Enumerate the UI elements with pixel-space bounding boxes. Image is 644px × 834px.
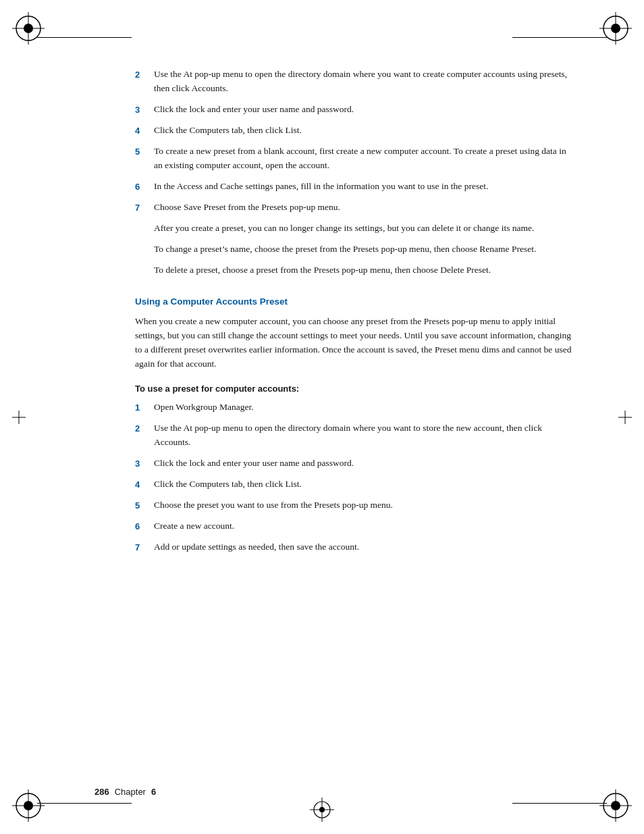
center-bottom-mark bbox=[310, 798, 334, 822]
step-number: 7 bbox=[135, 201, 150, 215]
step-text: Create a new account. bbox=[154, 519, 576, 533]
step-text: Click the lock and enter your user name … bbox=[154, 457, 576, 471]
indent-para-3: To delete a preset, choose a preset from… bbox=[154, 263, 576, 278]
list-item: 4 Click the Computers tab, then click Li… bbox=[135, 477, 576, 492]
page-number: 286 bbox=[95, 787, 109, 797]
list-item: 2 Use the At pop-up menu to open the dir… bbox=[135, 421, 576, 450]
step-text: Click the Computers tab, then click List… bbox=[154, 124, 576, 138]
step-text: Click the lock and enter your user name … bbox=[154, 103, 576, 117]
list-item: 1 Open Workgroup Manager. bbox=[135, 400, 576, 415]
side-mark-right bbox=[618, 411, 632, 424]
list-item: 7 Add or update settings as needed, then… bbox=[135, 540, 576, 554]
step-number: 2 bbox=[135, 68, 150, 96]
step-number: 6 bbox=[135, 180, 150, 194]
step-number: 3 bbox=[135, 103, 150, 117]
step-number: 7 bbox=[135, 540, 150, 554]
list-item: 4 Click the Computers tab, then click Li… bbox=[135, 124, 576, 138]
section-heading: Using a Computer Accounts Preset bbox=[135, 296, 576, 307]
indent-para-1: After you create a preset, you can no lo… bbox=[154, 221, 576, 236]
chapter-label: Chapter bbox=[115, 787, 146, 797]
list-item: 6 In the Access and Cache settings panes… bbox=[135, 180, 576, 194]
steps-top-list: 2 Use the At pop-up menu to open the dir… bbox=[135, 68, 576, 215]
step-text: To create a new preset from a blank acco… bbox=[154, 145, 576, 173]
step-number: 5 bbox=[135, 498, 150, 513]
list-item: 3 Click the lock and enter your user nam… bbox=[135, 457, 576, 471]
list-item: 2 Use the At pop-up menu to open the dir… bbox=[135, 68, 576, 96]
top-border-left bbox=[37, 37, 132, 38]
main-content: 2 Use the At pop-up menu to open the dir… bbox=[135, 68, 576, 554]
section-body: When you create a new computer account, … bbox=[135, 315, 576, 371]
step-text: Open Workgroup Manager. bbox=[154, 400, 576, 415]
bottom-border-left bbox=[37, 803, 132, 804]
step-text: Choose Save Preset from the Presets pop-… bbox=[154, 201, 576, 215]
list-item: 5 To create a new preset from a blank ac… bbox=[135, 145, 576, 173]
list-item: 6 Create a new account. bbox=[135, 519, 576, 533]
bottom-border-right bbox=[512, 803, 607, 804]
step-text: Click the Computers tab, then click List… bbox=[154, 477, 576, 492]
top-border-right bbox=[512, 37, 607, 38]
step-number: 6 bbox=[135, 519, 150, 533]
chapter-number: 6 bbox=[151, 787, 156, 797]
subsection-heading: To use a preset for computer accounts: bbox=[135, 384, 576, 394]
step-number: 1 bbox=[135, 400, 150, 415]
corner-mark-tr bbox=[599, 12, 632, 45]
step-text: In the Access and Cache settings panes, … bbox=[154, 180, 576, 194]
step-number: 3 bbox=[135, 457, 150, 471]
steps-bottom-list: 1 Open Workgroup Manager. 2 Use the At p… bbox=[135, 400, 576, 555]
list-item: 3 Click the lock and enter your user nam… bbox=[135, 103, 576, 117]
indent-para-2: To change a preset’s name, choose the pr… bbox=[154, 242, 576, 257]
step-text: Use the At pop-up menu to open the direc… bbox=[154, 421, 576, 450]
step-number: 4 bbox=[135, 477, 150, 492]
footer: 286 Chapter 6 bbox=[95, 787, 156, 797]
list-item: 7 Choose Save Preset from the Presets po… bbox=[135, 201, 576, 215]
corner-mark-br bbox=[599, 789, 632, 822]
page: 2 Use the At pop-up menu to open the dir… bbox=[0, 0, 644, 834]
corner-mark-tl bbox=[12, 12, 45, 45]
corner-mark-bl bbox=[12, 789, 45, 822]
step-number: 2 bbox=[135, 421, 150, 450]
side-mark-left bbox=[12, 411, 26, 424]
indent-block: After you create a preset, you can no lo… bbox=[154, 221, 576, 278]
list-item: 5 Choose the preset you want to use from… bbox=[135, 498, 576, 513]
step-text: Add or update settings as needed, then s… bbox=[154, 540, 576, 554]
step-text: Use the At pop-up menu to open the direc… bbox=[154, 68, 576, 96]
step-text: Choose the preset you want to use from t… bbox=[154, 498, 576, 513]
step-number: 5 bbox=[135, 145, 150, 173]
step-number: 4 bbox=[135, 124, 150, 138]
